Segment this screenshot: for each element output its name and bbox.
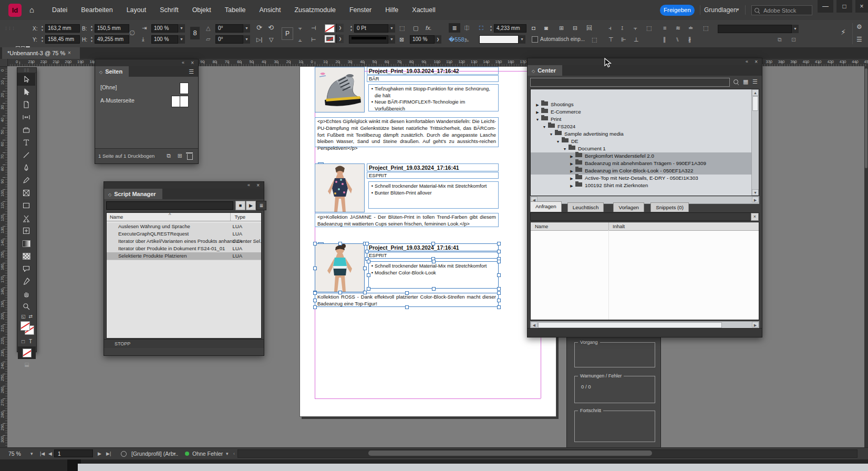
gear-icon[interactable]: ⚙ <box>856 23 862 30</box>
menu-xactuell[interactable]: Xactuell <box>405 0 442 20</box>
horizontal-scrollbar[interactable] <box>237 449 857 458</box>
text-wrap-bounding-icon[interactable]: ⎅ <box>464 24 469 32</box>
chevron-down-icon[interactable]: ▼ <box>178 35 185 44</box>
column-name[interactable]: Name <box>535 222 548 230</box>
tree-item[interactable]: ▶100192 Shirt mit Zierknoten <box>531 182 751 189</box>
frame-tool[interactable] <box>17 187 35 199</box>
space-evenly-icon[interactable]: ∦ <box>688 36 691 43</box>
flip-horizontal-icon[interactable]: ▷| <box>256 36 262 43</box>
document-tab-close-icon[interactable]: × <box>64 47 75 59</box>
chevron-down-icon[interactable]: ▼ <box>243 24 250 33</box>
panel-close-icon[interactable]: × <box>256 182 260 189</box>
product-bullets-frame[interactable]: •Tiefzughaken mit Stopp-Funktion für ein… <box>368 84 499 111</box>
run-list-icon[interactable]: ≣ <box>256 201 266 210</box>
fit-frame-to-content-icon[interactable]: ⊞ <box>559 24 564 32</box>
stroke-options-arrow[interactable]: ❯ <box>336 35 344 43</box>
requests-table-header[interactable]: Name Inhalt <box>531 222 759 231</box>
panel-collapse-icon[interactable]: « <box>746 58 748 65</box>
distribute-space-v-icon[interactable]: ≋ <box>676 24 680 32</box>
share-button[interactable]: Freigeben <box>660 5 695 16</box>
scroll-up-icon[interactable]: ▲ <box>752 89 759 96</box>
expanded-arrow-icon[interactable]: ▼ <box>555 138 561 146</box>
scroll-left-icon[interactable]: ◀ <box>531 322 538 327</box>
distribute-centers-icon[interactable]: ≐ <box>688 24 693 32</box>
product-image-frame[interactable] <box>315 163 365 212</box>
selection-handle[interactable] <box>497 273 501 277</box>
tab-snippets-0-[interactable]: Snippets (0) <box>650 202 689 212</box>
align-center-icon[interactable]: ⫱ <box>621 24 623 32</box>
panel-collapse-icon[interactable]: « <box>182 59 184 66</box>
pencil-tool[interactable] <box>17 174 35 187</box>
tree-vertical-scrollbar[interactable]: ▲ ▼ <box>751 89 759 196</box>
opacity-field[interactable]: 100 % <box>410 35 435 44</box>
product-image-frame[interactable] <box>315 67 365 112</box>
align-bottom-icon[interactable]: ⊥ <box>634 36 639 43</box>
product-brand-frame[interactable]: ESPRIT <box>367 172 499 179</box>
selection-handle[interactable] <box>363 291 367 294</box>
product-brand-frame[interactable]: BÄR <box>367 75 499 82</box>
script-search-input[interactable] <box>106 201 233 210</box>
preflight-icon[interactable] <box>121 451 127 457</box>
swatch-dropdown[interactable] <box>479 35 519 44</box>
column-inhalt[interactable]: Inhalt <box>613 222 625 230</box>
selection-handle[interactable] <box>405 291 409 295</box>
tree-item[interactable]: ▶Badeanzug im Color-Block-Look - 050EF1A… <box>531 167 751 175</box>
play-button[interactable]: ▶ <box>246 201 256 210</box>
direct-selection-tool[interactable] <box>17 86 35 98</box>
default-fill-stroke-icon[interactable]: ◱ <box>21 314 26 319</box>
selection-handle[interactable] <box>338 291 342 294</box>
selection-handle[interactable] <box>497 305 501 309</box>
selection-handle[interactable] <box>431 242 435 245</box>
selection-handle[interactable] <box>497 250 501 253</box>
panel-menu-icon[interactable]: ☰ <box>189 68 194 75</box>
expanded-arrow-icon[interactable]: ▼ <box>535 116 540 124</box>
column-name[interactable]: Name <box>110 213 123 221</box>
scissors-tool[interactable] <box>17 212 35 224</box>
vertical-ruler[interactable]: 0102030405060708090100110120130140150160… <box>0 59 8 459</box>
stop-button[interactable]: ■ <box>235 201 245 210</box>
corner-options-icon[interactable]: ⬚ <box>399 24 405 32</box>
document-page[interactable]: Project_Print_19.03.2024_17:16:42 BÄR •T… <box>299 66 556 417</box>
menu-hilfe[interactable]: Hilfe <box>378 0 405 20</box>
menu-zusatzmodule[interactable]: Zusatzmodule <box>287 0 343 20</box>
selection-handle[interactable] <box>497 287 501 291</box>
preflight-profile[interactable]: [Grundprofil] (Arb... <box>131 448 178 460</box>
tree-item[interactable]: ▶Bergkomfort Wanderstiefel 2.0 <box>531 152 751 160</box>
product-bullets-frame-selected[interactable]: •Schnell trocknender Material-Mix mit St… <box>368 261 499 289</box>
selection-handle[interactable] <box>313 305 317 309</box>
script-row[interactable]: Iterator über Produkte in Dokument FS24-… <box>107 245 261 253</box>
rotation-field[interactable]: 0° <box>215 24 244 33</box>
collapsed-arrow-icon[interactable]: ▶ <box>569 153 574 160</box>
window-maximize-button[interactable]: □ <box>836 0 852 13</box>
requests-filter-input[interactable] <box>530 212 759 221</box>
menu-ansicht[interactable]: Ansicht <box>252 0 287 20</box>
pages-list-item[interactable]: [Ohne] <box>95 82 198 96</box>
next-page-icon[interactable]: ▶ <box>98 448 101 460</box>
selection-handle[interactable] <box>363 267 367 270</box>
gradient-feather-tool[interactable] <box>17 250 35 262</box>
product-title-frame[interactable]: Project_Print_19.03.2024_17:16:42 <box>367 67 499 75</box>
tab-anfragen[interactable]: Anfragen <box>530 201 562 212</box>
type-tool[interactable] <box>17 136 35 149</box>
collapsed-arrow-icon[interactable]: ▶ <box>535 101 540 109</box>
frame-fitting-icon[interactable]: ⛶ <box>479 24 483 32</box>
line-tool[interactable] <box>17 149 35 161</box>
expanded-arrow-icon[interactable]: ▼ <box>562 146 567 153</box>
chevron-down-icon[interactable]: ▾ <box>30 448 33 460</box>
panel-grip[interactable]: ⋮⋮⋮ <box>4 27 7 40</box>
distribute-space-h-icon[interactable]: ≡ <box>663 24 666 32</box>
script-row[interactable]: Iterator über Artikel/Varianten eines Pr… <box>107 238 261 245</box>
duplicate-style-icon[interactable]: ⧉ <box>778 36 782 43</box>
script-table-header[interactable]: Name ^ Type <box>107 213 261 221</box>
selection-tool[interactable] <box>17 73 35 86</box>
margin-guide[interactable] <box>315 398 541 399</box>
menu-layout[interactable]: Layout <box>120 0 153 20</box>
pen-tool[interactable] <box>17 161 35 174</box>
center-content-icon[interactable]: 回 <box>586 24 592 32</box>
chevron-down-icon[interactable]: ▾ <box>173 448 176 460</box>
align-options-icon[interactable]: ⬚ <box>646 24 652 32</box>
scrollbar-thumb[interactable] <box>538 322 722 328</box>
chevron-down-icon[interactable]: ▼ <box>243 35 250 44</box>
distribute-bottom-icon[interactable]: ⫠ <box>298 36 302 43</box>
formatting-affects-container-icon[interactable]: □ <box>22 339 25 344</box>
